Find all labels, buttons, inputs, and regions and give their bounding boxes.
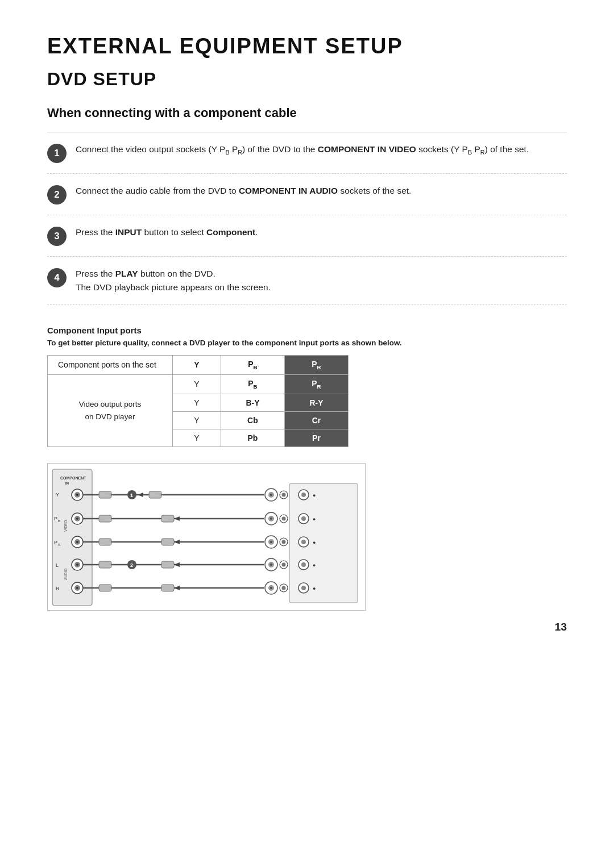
svg-text:1: 1 [130, 493, 133, 498]
table-header-pb: PB [221, 356, 284, 375]
svg-point-83 [301, 493, 306, 497]
sub-title: When connecting with a component cable [47, 106, 567, 120]
table-cell-pb2: B-Y [221, 394, 284, 411]
svg-point-48 [282, 516, 286, 520]
step-4-text: Press the PLAY button on the DVD. The DV… [76, 267, 271, 294]
component-input-section: Component Input ports To get better pict… [47, 326, 567, 611]
table-cell-y4: Y [173, 429, 221, 446]
step-2-text: Connect the audio cable from the DVD to … [76, 184, 411, 198]
svg-rect-50 [99, 539, 111, 545]
svg-rect-52 [161, 539, 174, 545]
svg-point-78 [270, 587, 272, 589]
table-cell-pr1: PR [284, 374, 348, 394]
svg-text:●: ● [313, 562, 316, 568]
svg-point-70 [282, 562, 286, 566]
svg-rect-64 [161, 561, 174, 568]
step-3-text: Press the INPUT button to select Compone… [76, 226, 258, 239]
table-row-1: Video output portson DVD player Y PB PR [48, 374, 349, 394]
svg-point-58 [282, 540, 286, 544]
svg-point-17 [76, 541, 78, 543]
svg-rect-42 [161, 515, 174, 522]
svg-text:COMPONENT: COMPONENT [60, 476, 86, 480]
svg-point-68 [270, 564, 272, 566]
svg-text:P: P [54, 516, 57, 521]
table-cell-pr3: Cr [284, 411, 348, 429]
svg-text:●: ● [313, 540, 316, 545]
svg-rect-74 [161, 585, 174, 591]
svg-text:●: ● [313, 516, 316, 522]
diagram-svg: COMPONENT IN Y P B VIDEO P R [48, 464, 366, 611]
svg-text:R: R [58, 543, 61, 546]
svg-text:●: ● [313, 586, 316, 591]
table-cell-pb1: PB [221, 374, 284, 394]
svg-rect-72 [99, 585, 111, 591]
table-cell-pb4: Pb [221, 429, 284, 446]
step-4-circle: 4 [47, 268, 67, 287]
svg-point-89 [301, 540, 306, 544]
svg-point-46 [270, 518, 272, 520]
svg-rect-60 [99, 561, 111, 568]
table-cell-pr2: R-Y [284, 394, 348, 411]
svg-point-6 [76, 494, 78, 496]
step-1-text: Connect the video output sockets (Y PB P… [76, 143, 529, 157]
table-cell-pb3: Cb [221, 411, 284, 429]
svg-marker-97 [138, 493, 143, 497]
step-2-circle: 2 [47, 185, 67, 205]
svg-point-38 [282, 493, 286, 496]
table-header-pr: PR [284, 356, 348, 375]
step-3-circle: 3 [47, 227, 67, 246]
page-number: 13 [555, 621, 567, 633]
svg-rect-40 [99, 515, 111, 522]
step-1-circle: 1 [47, 144, 67, 163]
svg-point-12 [76, 518, 78, 520]
svg-point-86 [301, 516, 306, 521]
svg-text:B: B [58, 519, 60, 523]
svg-point-56 [270, 541, 272, 543]
svg-text:Y: Y [56, 492, 59, 498]
svg-rect-28 [99, 491, 111, 498]
step-3: 3 Press the INPUT button to select Compo… [47, 215, 567, 257]
svg-marker-100 [174, 562, 180, 567]
step-2: 2 Connect the audio cable from the DVD t… [47, 174, 567, 215]
diagram-box: COMPONENT IN Y P B VIDEO P R [47, 463, 366, 611]
svg-text:2: 2 [130, 562, 133, 568]
svg-marker-98 [174, 516, 180, 521]
table-cell-y3: Y [173, 411, 221, 429]
step-1: 1 Connect the video output sockets (Y PB… [47, 132, 567, 174]
svg-text:AUDIO: AUDIO [64, 568, 68, 580]
table-cell-pr4: Pr [284, 429, 348, 446]
svg-marker-99 [174, 540, 180, 544]
table-cell-y2: Y [173, 394, 221, 411]
main-title: EXTERNAL EQUIPMENT SETUP [47, 34, 567, 59]
svg-point-36 [270, 494, 272, 496]
svg-text:R: R [56, 586, 60, 591]
svg-text:P: P [54, 540, 57, 545]
port-table: Component ports on the set Y PB PR Video… [47, 355, 349, 447]
svg-text:●: ● [313, 493, 316, 498]
svg-point-22 [76, 564, 78, 566]
table-cell-y1: Y [173, 374, 221, 394]
table-header-y: Y [173, 356, 221, 375]
svg-point-26 [76, 587, 78, 589]
svg-text:L: L [56, 562, 59, 568]
svg-text:VIDEO: VIDEO [64, 520, 68, 531]
svg-point-80 [282, 586, 286, 590]
svg-point-92 [301, 562, 306, 567]
svg-rect-32 [149, 491, 161, 498]
table-header-label: Component ports on the set [48, 356, 173, 375]
component-input-desc: To get better picture quality, connect a… [47, 339, 567, 347]
svg-text:IN: IN [65, 481, 69, 485]
section-title: DVD SETUP [47, 69, 567, 90]
step-4: 4 Press the PLAY button on the DVD. The … [47, 257, 567, 305]
table-row-label: Video output portson DVD player [48, 374, 173, 446]
svg-point-95 [301, 586, 306, 590]
steps-container: 1 Connect the video output sockets (Y PB… [47, 132, 567, 305]
svg-marker-101 [174, 586, 180, 590]
component-input-title: Component Input ports [47, 326, 567, 335]
